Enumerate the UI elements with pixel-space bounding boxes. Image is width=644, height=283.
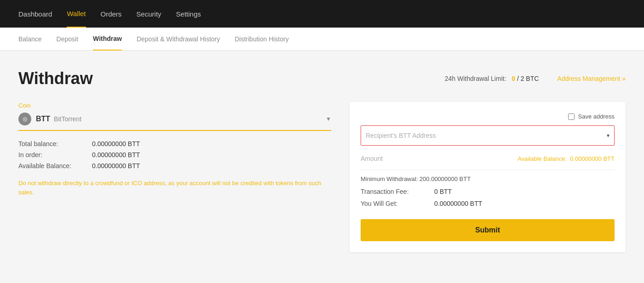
withdrawal-limit-label: 24h Withdrawal Limit:	[445, 75, 506, 82]
subnav-distribution-history[interactable]: Distribution History	[235, 28, 288, 50]
subnav-deposit-withdrawal-history[interactable]: Deposit & Withdrawal History	[137, 28, 220, 50]
nav-security[interactable]: Security	[136, 1, 161, 27]
subnav-withdraw[interactable]: Withdraw	[93, 28, 122, 51]
total-balance-label: Total balance:	[18, 140, 92, 147]
withdrawal-limit-used: 0	[512, 75, 515, 82]
subnav-deposit[interactable]: Deposit	[57, 28, 78, 50]
nav-wallet[interactable]: Wallet	[67, 0, 86, 28]
right-available-balance: Available Balance: 0.00000000 BTT	[518, 155, 615, 162]
page-content: Withdraw 24h Withdrawal Limit: 0 / 2 BTC…	[0, 51, 644, 283]
save-address-row: Save address	[361, 113, 615, 120]
balance-row-available: Available Balance: 0.00000000 BTT	[18, 162, 331, 170]
divider	[361, 170, 615, 170]
balance-table: Total balance: 0.00000000 BTT In order: …	[18, 140, 331, 170]
nav-orders[interactable]: Orders	[101, 1, 122, 27]
available-balance-amount: 0.00000000 BTT	[570, 155, 615, 162]
coin-icon: ◎	[18, 113, 31, 125]
balance-row-inorder: In order: 0.00000000 BTT	[18, 151, 331, 158]
subnav-balance[interactable]: Balance	[18, 28, 42, 50]
submit-button[interactable]: Submit	[361, 219, 615, 241]
withdrawal-limit: 24h Withdrawal Limit: 0 / 2 BTC	[445, 75, 539, 82]
transaction-fee-value: 0 BTT	[434, 188, 452, 195]
chevron-down-icon: ▼	[326, 116, 331, 122]
transaction-fee-row: Transaction Fee: 0 BTT	[361, 188, 615, 195]
amount-label: Amount	[361, 155, 383, 162]
you-will-get-label: You Will Get:	[361, 200, 434, 207]
coin-code: BTT	[36, 115, 50, 123]
you-will-get-row: You Will Get: 0.00000000 BTT	[361, 200, 615, 207]
in-order-label: In order:	[18, 151, 92, 158]
min-withdrawal: Minimum Withdrawal: 200.00000000 BTT	[361, 175, 615, 182]
available-balance-text: Available Balance:	[518, 155, 567, 162]
coin-icon-symbol: ◎	[23, 116, 27, 122]
left-panel: Coin ◎ BTT BitTorrent ▼ Total balance: 0…	[18, 102, 331, 197]
coin-selector[interactable]: ◎ BTT BitTorrent ▼	[18, 113, 331, 131]
address-dropdown-icon[interactable]: ▾	[607, 132, 610, 139]
address-input-wrapper: ▾	[361, 125, 615, 146]
save-address-checkbox[interactable]	[568, 113, 575, 120]
page-header: Withdraw 24h Withdrawal Limit: 0 / 2 BTC…	[18, 69, 626, 88]
coin-full-name: BitTorrent	[54, 115, 326, 123]
warning-text: Do not withdraw directly to a crowdfund …	[18, 179, 331, 197]
address-management-link[interactable]: Address Management »	[557, 75, 626, 82]
save-address-label: Save address	[578, 113, 615, 120]
in-order-value: 0.00000000 BTT	[92, 151, 140, 158]
total-balance-value: 0.00000000 BTT	[92, 140, 140, 147]
withdrawal-limit-area: 24h Withdrawal Limit: 0 / 2 BTC Address …	[445, 75, 626, 82]
you-will-get-value: 0.00000000 BTT	[434, 200, 482, 207]
sub-nav: Balance Deposit Withdraw Deposit & Withd…	[0, 28, 644, 51]
amount-header: Amount Available Balance: 0.00000000 BTT	[361, 155, 615, 162]
main-layout: Coin ◎ BTT BitTorrent ▼ Total balance: 0…	[18, 102, 626, 252]
balance-row-total: Total balance: 0.00000000 BTT	[18, 140, 331, 147]
amount-section: Amount Available Balance: 0.00000000 BTT	[361, 155, 615, 162]
top-nav: Dashboard Wallet Orders Security Setting…	[0, 0, 644, 28]
nav-dashboard[interactable]: Dashboard	[18, 1, 52, 27]
page-title: Withdraw	[18, 69, 93, 88]
nav-settings[interactable]: Settings	[176, 1, 201, 27]
recipient-address-input[interactable]	[366, 132, 607, 139]
available-balance-value: 0.00000000 BTT	[92, 162, 140, 170]
transaction-fee-label: Transaction Fee:	[361, 188, 434, 195]
coin-label: Coin	[18, 102, 331, 109]
available-balance-label: Available Balance:	[18, 162, 92, 170]
withdrawal-limit-max: 2 BTC	[521, 75, 539, 82]
right-panel: Save address ▾ Amount Available Balance:…	[350, 102, 626, 252]
withdrawal-limit-separator: /	[517, 75, 521, 82]
